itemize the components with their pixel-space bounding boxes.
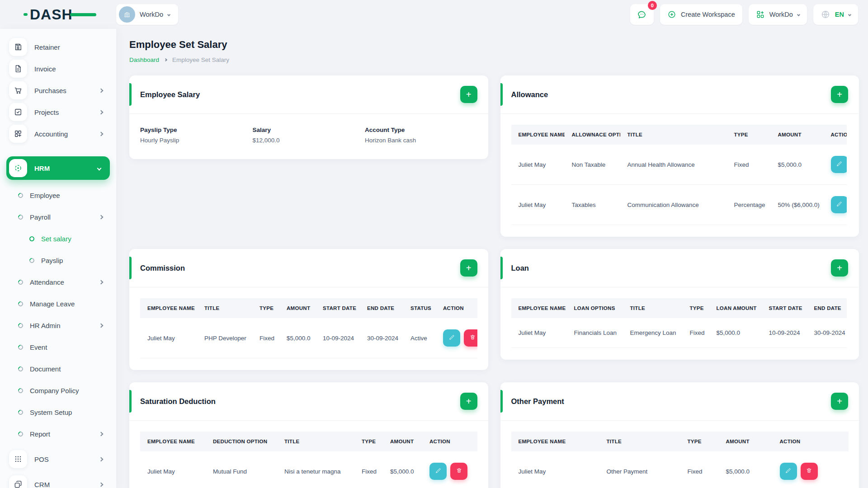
- bullet-icon: [17, 300, 24, 307]
- chevron-right-icon: [99, 323, 104, 328]
- card-header: Saturation Deduction +: [129, 382, 488, 421]
- table-row: Juliet MayNon TaxableAnnual Health Allow…: [511, 145, 847, 185]
- hrm-icon: [9, 159, 27, 177]
- field-label: Account Type: [365, 127, 477, 133]
- sidebar-item-label: Manage Leave: [30, 300, 103, 308]
- sidebar-item-set-salary[interactable]: Set salary: [0, 228, 116, 249]
- column-header: TITLE: [620, 125, 727, 145]
- add-other-payment-button[interactable]: +: [831, 393, 848, 410]
- column-header: TYPE: [354, 432, 383, 451]
- card-title: Other Payment: [511, 397, 564, 406]
- table-row: Juliet MayPHP DeveloperFixed$5,000.010-0…: [140, 318, 477, 358]
- sidebar-item-retainer[interactable]: Retainer: [0, 36, 116, 58]
- table-cell: Fixed: [354, 451, 383, 488]
- language-selector[interactable]: EN: [813, 4, 858, 25]
- trash-icon: [456, 467, 462, 475]
- edit-button[interactable]: [831, 196, 847, 213]
- table-row: Juliet MayOther PaymentFixed$5,000.0: [511, 451, 849, 488]
- bullet-icon: [17, 387, 24, 394]
- add-loan-button[interactable]: +: [831, 259, 848, 277]
- sidebar-item-hr-admin[interactable]: HR Admin: [0, 314, 116, 336]
- column-header: AMOUNT: [383, 432, 422, 451]
- chevron-down-icon: [97, 166, 102, 170]
- sidebar-item-system-setup[interactable]: System Setup: [0, 401, 116, 423]
- purchases-icon: [9, 81, 27, 99]
- table-cell: Communication Allowance: [620, 185, 727, 225]
- sidebar-item-employee[interactable]: Employee: [0, 184, 116, 206]
- sidebar-item-invoice[interactable]: Invoice: [0, 58, 116, 80]
- app-logo[interactable]: DASH: [0, 7, 116, 22]
- invoice-icon: [9, 60, 27, 78]
- column-header: EMPLOYEE NAME: [511, 125, 565, 145]
- sidebar-item-crm[interactable]: CRM: [0, 474, 116, 488]
- sidebar-item-payroll[interactable]: Payroll: [0, 206, 116, 228]
- edit-button[interactable]: [429, 463, 447, 480]
- delete-button[interactable]: [464, 329, 477, 347]
- chevron-right-icon: [99, 280, 104, 284]
- table-cell: 10-09-2024: [762, 318, 807, 348]
- delete-button[interactable]: [801, 463, 818, 480]
- chevron-right-icon: [99, 88, 104, 93]
- delete-button[interactable]: [450, 463, 467, 480]
- edit-button[interactable]: [443, 329, 460, 347]
- create-workspace-button[interactable]: Create Workspace: [660, 4, 742, 25]
- table-cell: Fixed: [252, 318, 279, 358]
- breadcrumb-dashboard-link[interactable]: Dashboard: [129, 56, 159, 63]
- sidebar-item-projects[interactable]: Projects: [0, 101, 116, 123]
- edit-button[interactable]: [780, 463, 797, 480]
- table-cell: 50% ($6,000.0): [771, 185, 824, 225]
- plus-circle-icon: [667, 10, 676, 19]
- column-header: TITLE: [277, 432, 354, 451]
- sidebar-item-event[interactable]: Event: [0, 336, 116, 358]
- main-content: Employee Set Salary Dashboard Employee S…: [116, 29, 868, 488]
- create-workspace-label: Create Workspace: [681, 11, 735, 18]
- add-saturation-deduction-button[interactable]: +: [460, 393, 477, 410]
- add-commission-button[interactable]: +: [460, 259, 477, 277]
- sidebar-item-hrm[interactable]: HRM: [6, 156, 110, 180]
- bullet-icon: [28, 257, 36, 264]
- workspace-selector[interactable]: WorkDo: [116, 4, 178, 25]
- bullet-icon: [17, 192, 24, 199]
- page-title: Employee Set Salary: [129, 39, 859, 51]
- app-menu-button[interactable]: WorkDo: [749, 4, 807, 25]
- chevron-right-icon: [99, 482, 104, 487]
- sidebar-item-manage-leave[interactable]: Manage Leave: [0, 293, 116, 314]
- field-value: Horizon Bank cash: [365, 137, 477, 144]
- card-title: Allowance: [511, 90, 548, 99]
- sidebar-item-label: POS: [34, 455, 92, 463]
- sidebar-item-purchases[interactable]: Purchases: [0, 80, 116, 101]
- table-cell: Fixed: [680, 451, 719, 488]
- sidebar-item-report[interactable]: Report: [0, 423, 116, 445]
- sidebar-item-company-policy[interactable]: Company Policy: [0, 380, 116, 401]
- sidebar-item-label: Payslip: [41, 257, 103, 264]
- pencil-icon: [448, 334, 455, 342]
- breadcrumb: Dashboard Employee Set Salary: [129, 56, 859, 63]
- column-header: TITLE: [623, 298, 683, 318]
- saturation-deduction-card: Saturation Deduction + EMPLOYEE NAMEDEDU…: [129, 382, 488, 488]
- sidebar-item-label: HRM: [34, 164, 90, 172]
- edit-button[interactable]: [831, 156, 847, 173]
- add-allowance-button[interactable]: +: [831, 86, 848, 103]
- salary-field: Salary $12,000.0: [253, 127, 365, 144]
- sidebar-item-accounting[interactable]: Accounting: [0, 123, 116, 145]
- card-title: Saturation Deduction: [140, 397, 216, 406]
- sidebar-item-pos[interactable]: POS: [0, 448, 116, 470]
- sidebar-item-payslip[interactable]: Payslip: [0, 249, 116, 271]
- accounting-icon: [9, 125, 27, 143]
- notification-badge: 0: [648, 1, 657, 10]
- card-header: Allowance +: [500, 75, 859, 114]
- add-employee-salary-button[interactable]: +: [460, 86, 477, 103]
- saturation-deduction-table: EMPLOYEE NAMEDEDUCTION OPTIONTITLETYPEAM…: [140, 432, 477, 488]
- messenger-button[interactable]: 0: [630, 4, 654, 25]
- card-header: Commission +: [129, 249, 488, 287]
- commission-table: EMPLOYEE NAMETITLETYPEAMOUNTSTART DATEEN…: [140, 298, 477, 358]
- pencil-icon: [435, 467, 442, 475]
- column-header: START DATE: [316, 298, 360, 318]
- column-header: STATUS: [403, 298, 436, 318]
- column-header: ACTION: [436, 298, 477, 318]
- table-row: Juliet MayFinancials LoanEmergency LoanF…: [511, 318, 847, 348]
- logo-dash-icon: [24, 13, 28, 16]
- sidebar-item-attendance[interactable]: Attendance: [0, 271, 116, 293]
- sidebar-item-document[interactable]: Document: [0, 358, 116, 380]
- column-header: TITLE: [197, 298, 252, 318]
